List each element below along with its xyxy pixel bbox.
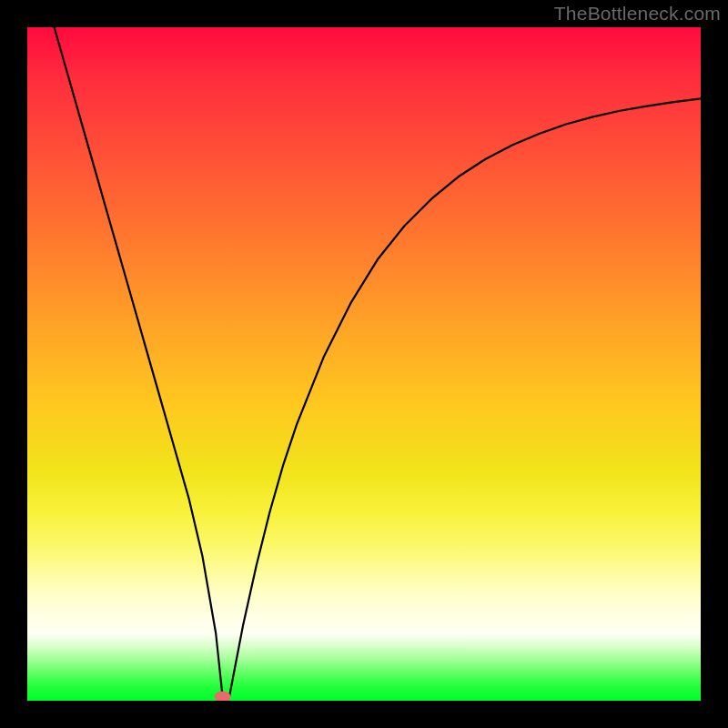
chart-frame: TheBottleneck.com bbox=[0, 0, 728, 728]
plot-area bbox=[27, 27, 701, 701]
min-marker bbox=[215, 692, 231, 701]
watermark-label: TheBottleneck.com bbox=[554, 3, 721, 25]
bottleneck-curve bbox=[55, 27, 701, 697]
curve-svg bbox=[27, 27, 701, 701]
